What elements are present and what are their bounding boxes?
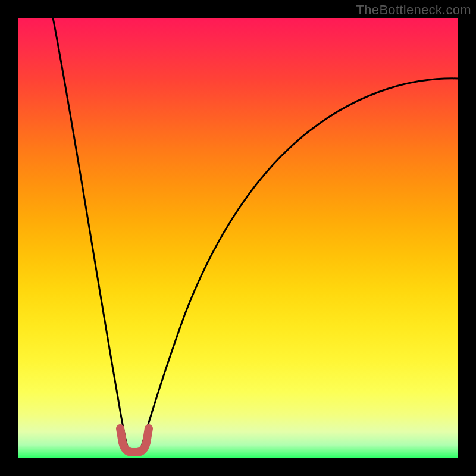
highlight-bucket (120, 428, 149, 452)
plot-area (18, 18, 458, 458)
curve-layer (18, 18, 458, 458)
curve-left-branch (53, 18, 127, 446)
curve-right-branch (142, 79, 458, 446)
watermark-text: TheBottleneck.com (356, 2, 471, 18)
chart-frame: TheBottleneck.com (0, 0, 476, 476)
